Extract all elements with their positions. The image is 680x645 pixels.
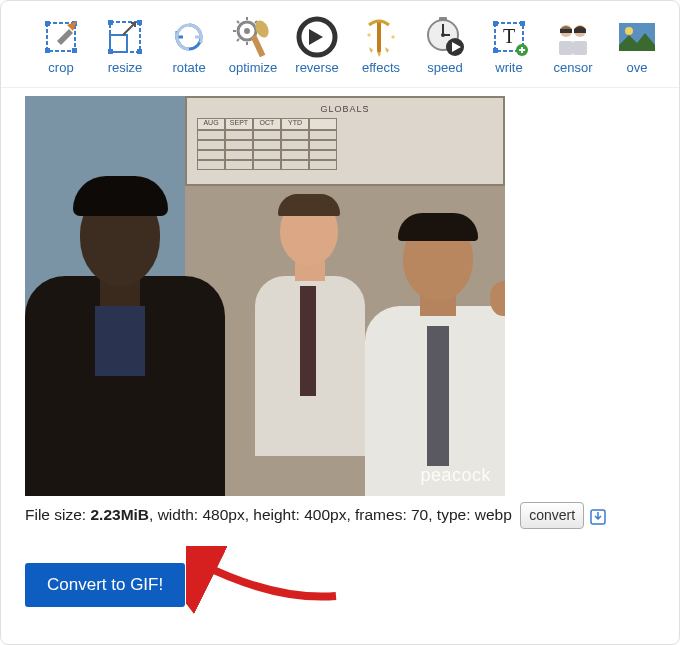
content-area: GLOBALS AUG SEPT OCT YTD peacock File si… (1, 88, 679, 607)
effects-icon (359, 15, 403, 59)
board-col (309, 118, 337, 130)
board-col: SEPT (225, 118, 253, 130)
tool-label: optimize (229, 60, 277, 75)
tool-optimize[interactable]: optimize (221, 11, 285, 79)
svg-rect-1 (45, 21, 50, 26)
overlay-icon (615, 15, 659, 59)
tool-label: speed (427, 60, 462, 75)
board-col: OCT (253, 118, 281, 130)
tool-label: ove (627, 60, 648, 75)
svg-rect-32 (559, 41, 573, 55)
tool-label: write (495, 60, 522, 75)
tool-label: crop (48, 60, 73, 75)
tool-effects[interactable]: effects (349, 11, 413, 79)
tool-rotate[interactable]: rotate (157, 11, 221, 79)
download-icon[interactable] (590, 508, 606, 524)
convert-to-gif-button[interactable]: Convert to GIF! (25, 563, 185, 607)
svg-rect-22 (493, 21, 498, 26)
svg-rect-9 (137, 49, 142, 54)
optimize-icon (231, 15, 275, 59)
file-info: File size: 2.23MiB, width: 480px, height… (25, 502, 679, 529)
svg-rect-6 (108, 20, 113, 25)
tool-reverse[interactable]: reverse (285, 11, 349, 79)
rotate-icon (167, 15, 211, 59)
tool-overlay[interactable]: ove (605, 11, 669, 79)
svg-rect-3 (45, 48, 50, 53)
svg-rect-13 (251, 35, 266, 57)
svg-rect-4 (72, 48, 77, 53)
tool-write[interactable]: T write (477, 11, 541, 79)
crop-icon (39, 15, 83, 59)
size-label: File size: (25, 506, 90, 523)
board-col: AUG (197, 118, 225, 130)
svg-rect-31 (574, 29, 586, 33)
tool-speed[interactable]: speed (413, 11, 477, 79)
board-col: YTD (281, 118, 309, 130)
tool-censor[interactable]: censor (541, 11, 605, 79)
tool-resize[interactable]: resize (93, 11, 157, 79)
svg-rect-16 (377, 21, 381, 53)
svg-point-35 (625, 27, 633, 35)
size-value: 2.23MiB (90, 506, 149, 523)
svg-rect-24 (493, 48, 498, 53)
tool-crop[interactable]: crop (29, 11, 93, 79)
resize-icon (103, 15, 147, 59)
svg-rect-23 (520, 21, 525, 26)
svg-rect-7 (137, 20, 142, 25)
tool-label: resize (108, 60, 143, 75)
reverse-icon (295, 15, 339, 59)
tool-label: effects (362, 60, 400, 75)
svg-rect-29 (560, 29, 572, 33)
svg-rect-33 (573, 41, 587, 55)
watermark: peacock (420, 465, 491, 486)
tool-label: rotate (172, 60, 205, 75)
write-icon: T (487, 15, 531, 59)
image-preview: GLOBALS AUG SEPT OCT YTD peacock (25, 96, 505, 496)
svg-text:T: T (503, 25, 515, 47)
svg-rect-19 (439, 17, 447, 21)
svg-point-12 (244, 28, 250, 34)
speed-icon (423, 15, 467, 59)
tool-label: censor (553, 60, 592, 75)
toolbar: crop resize rotate optimize reverse effe… (1, 1, 679, 88)
dimensions-text: , width: 480px, height: 400px, frames: 7… (149, 506, 512, 523)
censor-icon (551, 15, 595, 59)
convert-small-button[interactable]: convert (520, 502, 584, 529)
board-title: GLOBALS (320, 104, 369, 114)
tool-label: reverse (295, 60, 338, 75)
